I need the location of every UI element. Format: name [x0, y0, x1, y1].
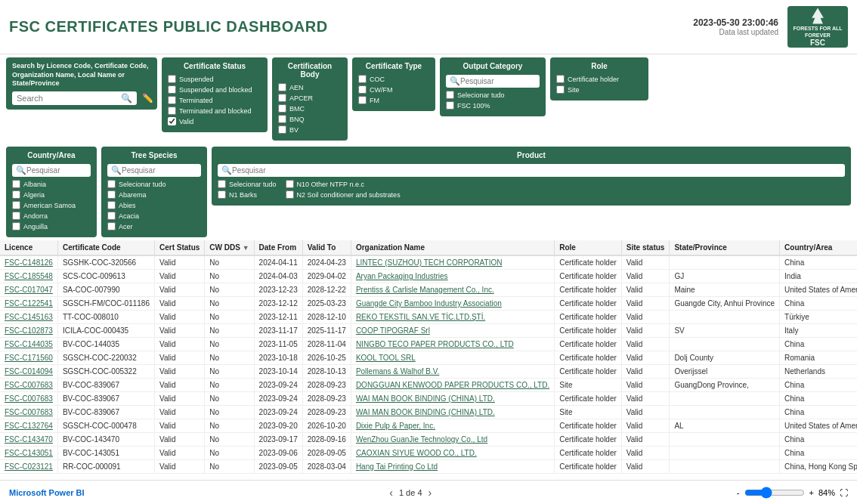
table-cell[interactable]: SGSCH-FM/COC-011186 [57, 297, 154, 311]
output-item-all[interactable]: Selecionar tudo [446, 91, 540, 99]
table-cell[interactable]: BV-COC-839067 [57, 379, 154, 392]
table-cell[interactable]: FSC-C148126 [0, 255, 57, 270]
c-albania[interactable] [12, 180, 20, 188]
cert-status-item-terminated-blocked[interactable]: Terminated and blocked [168, 107, 261, 115]
country-item-anguilla[interactable]: Anguilla [12, 222, 91, 230]
tree-item-abarema[interactable]: Abarema [107, 190, 201, 199]
country-item-albania[interactable]: Albania [12, 180, 91, 188]
table-cell[interactable]: FSC-C007683 [0, 392, 57, 406]
table-cell[interactable]: KOOL TOOL SRL [351, 351, 554, 365]
table-cell[interactable]: COOP TIPOGRAF Srl [351, 324, 554, 338]
zoom-plus[interactable]: + [809, 488, 814, 497]
search-input[interactable] [17, 94, 121, 103]
table-cell[interactable]: SGSCH-COC-220032 [57, 351, 154, 365]
output-item-fsc100[interactable]: FSC 100% [446, 101, 540, 110]
table-cell[interactable]: Prentiss & Carlisle Management Co., Inc. [351, 283, 554, 297]
country-item-american-samoa[interactable]: American Samoa [12, 201, 91, 209]
oc-fsc100[interactable] [446, 101, 454, 110]
table-cell[interactable]: SGSCH-COC-005322 [57, 365, 154, 379]
edit-icon[interactable]: ✏️ [142, 93, 153, 104]
cert-status-item-terminated[interactable]: Terminated [168, 96, 261, 104]
p-n1[interactable] [218, 190, 226, 199]
tree-item-acacia[interactable]: Acacia [107, 212, 201, 220]
oc-all[interactable] [446, 91, 454, 99]
table-cell[interactable]: FSC-C132764 [0, 419, 57, 433]
cert-status-checkbox-valid[interactable] [168, 117, 176, 125]
table-cell[interactable]: DONGGUAN KENWOOD PAPER PRODUCTS CO., LTD… [351, 379, 554, 392]
ct-coc[interactable] [358, 75, 367, 83]
table-cell[interactable]: FSC-C143051 [0, 447, 57, 460]
table-cell[interactable]: WenZhou GuanJie Technology Co., Ltd [351, 433, 554, 447]
ct-cwfm[interactable] [358, 85, 367, 94]
next-page-button[interactable]: › [428, 487, 432, 499]
table-cell[interactable]: BV-COC-143051 [57, 447, 154, 460]
table-cell[interactable]: Hang Tai Printing Co Ltd [351, 460, 554, 474]
role-cert-holder[interactable] [556, 75, 565, 83]
table-cell[interactable]: FSC-C143470 [0, 433, 57, 447]
ts-acacia[interactable] [107, 212, 116, 220]
cert-type-item-fm[interactable]: FM [358, 96, 429, 104]
product-item-n10[interactable]: N10 Other NTFP n.e.c [286, 180, 401, 188]
table-cell[interactable]: BV-COC-143470 [57, 433, 154, 447]
cb-aen[interactable] [278, 83, 286, 91]
cert-status-item-suspended[interactable]: Suspended [168, 75, 261, 83]
c-algeria[interactable] [12, 190, 20, 199]
table-cell[interactable]: FSC-C014094 [0, 365, 57, 379]
table-cell[interactable]: SA-COC-007990 [57, 283, 154, 297]
cert-status-item-valid[interactable]: Valid [168, 117, 261, 125]
tree-item-all[interactable]: Selecionar tudo [107, 180, 201, 188]
table-cell[interactable]: SCS-COC-009613 [57, 270, 154, 283]
ts-acer[interactable] [107, 222, 116, 230]
cert-body-item-bnq[interactable]: BNQ [278, 115, 342, 123]
table-cell[interactable]: WAI MAN BOOK BINDING (CHINA) LTD. [351, 392, 554, 406]
ts-all[interactable] [107, 180, 116, 188]
product-item-n2[interactable]: N2 Soil conditioner and substrates [286, 190, 401, 199]
table-cell[interactable]: LINTEC (SUZHOU) TECH CORPORATION [351, 255, 554, 270]
cert-status-checkbox-suspended-blocked[interactable] [168, 85, 176, 94]
product-search-input[interactable] [232, 166, 841, 175]
zoom-slider[interactable] [744, 487, 805, 499]
product-item-n1[interactable]: N1 Barks [218, 190, 277, 199]
role-item-cert-holder[interactable]: Certificate holder [556, 75, 642, 83]
cert-type-item-cwfm[interactable]: CW/FM [358, 85, 429, 94]
cb-apcer[interactable] [278, 94, 286, 102]
c-anguilla[interactable] [12, 222, 20, 230]
role-item-site[interactable]: Site [556, 85, 642, 94]
table-cell[interactable]: Aryan Packaging Industries [351, 270, 554, 283]
country-item-algeria[interactable]: Algeria [12, 190, 91, 199]
table-container[interactable]: Licence Certificate Code Cert Status CW … [0, 240, 857, 480]
p-n2[interactable] [286, 190, 294, 199]
table-cell[interactable]: FSC-C185548 [0, 270, 57, 283]
p-n10[interactable] [286, 180, 294, 188]
cert-status-item-suspended-blocked[interactable]: Suspended and blocked [168, 85, 261, 94]
prev-page-button[interactable]: ‹ [389, 487, 393, 499]
table-cell[interactable]: BV-COC-839067 [57, 406, 154, 419]
cert-body-item-bv[interactable]: BV [278, 125, 342, 134]
table-cell[interactable]: FSC-C023121 [0, 460, 57, 474]
product-item-all[interactable]: Selecionar tudo [218, 180, 277, 188]
table-cell[interactable]: REKO TEKSTIL SAN.VE TİC.LTD.ŞTİ. [351, 311, 554, 324]
cert-body-item-aen[interactable]: AEN [278, 83, 342, 91]
table-cell[interactable]: FSC-C102873 [0, 324, 57, 338]
table-cell[interactable]: FSC-C145163 [0, 311, 57, 324]
ts-abies[interactable] [107, 201, 116, 209]
tree-search-input[interactable] [122, 166, 218, 175]
cert-type-item-coc[interactable]: COC [358, 75, 429, 83]
ct-fm[interactable] [358, 96, 367, 104]
table-cell[interactable]: Dixie Pulp & Paper, Inc. [351, 419, 554, 433]
table-cell[interactable]: FSC-C122541 [0, 297, 57, 311]
table-cell[interactable]: FSC-C144035 [0, 338, 57, 351]
cb-bnq[interactable] [278, 115, 286, 123]
table-cell[interactable]: FSC-C171560 [0, 351, 57, 365]
table-cell[interactable]: BV-COC-839067 [57, 392, 154, 406]
cert-status-checkbox-suspended[interactable] [168, 75, 176, 83]
cert-body-item-apcer[interactable]: APCER [278, 94, 342, 102]
table-cell[interactable]: TT-COC-008010 [57, 311, 154, 324]
zoom-minus[interactable]: - [737, 488, 740, 497]
table-cell[interactable]: CAOXIAN SIYUE WOOD CO., LTD. [351, 447, 554, 460]
fullscreen-icon[interactable]: ⛶ [840, 488, 848, 497]
tree-item-acer[interactable]: Acer [107, 222, 201, 230]
cb-bv[interactable] [278, 125, 286, 134]
cb-bmc[interactable] [278, 104, 286, 113]
cert-body-item-bmc[interactable]: BMC [278, 104, 342, 113]
